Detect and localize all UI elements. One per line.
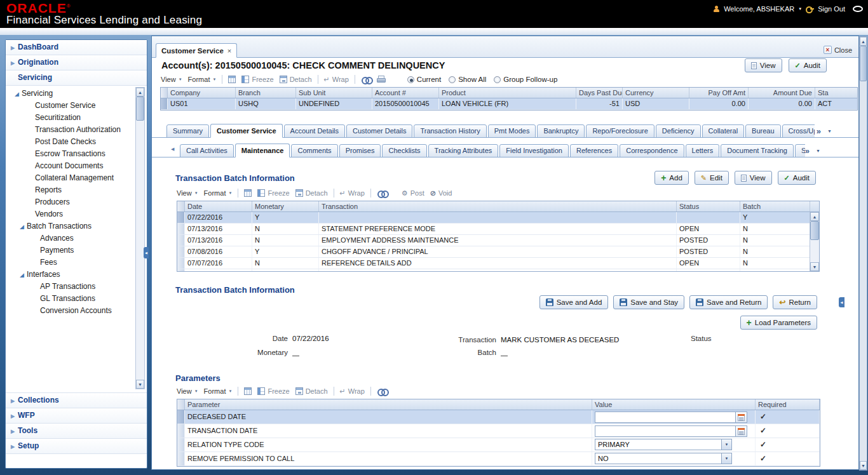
tree-node-servicing[interactable]: ◢Servicing	[6, 88, 147, 100]
find-icon[interactable]	[377, 191, 387, 196]
column-header-transaction[interactable]: Transaction	[319, 201, 677, 211]
tree-node-interfaces[interactable]: ◢Interfaces	[6, 269, 147, 281]
freeze-button[interactable]: Freeze	[257, 189, 289, 197]
load-parameters-button[interactable]: +Load Parameters	[740, 316, 817, 330]
column-header-branch[interactable]: Branch	[236, 88, 296, 98]
tree-leaf-conversion-accounts[interactable]: Conversion Accounts	[6, 305, 147, 317]
batch-row[interactable]: 07/07/2016NREFERENCE DETAILS MODIFYOPENN	[177, 269, 819, 272]
row-selector[interactable]	[177, 235, 185, 246]
save-and-return-button[interactable]: Save and Return	[689, 295, 768, 309]
scroll-up-icon[interactable]: ▲	[860, 37, 867, 46]
view-menu[interactable]: View▼	[177, 387, 198, 395]
audit-button[interactable]: ✓Audit	[789, 58, 827, 72]
welcome-menu[interactable]: Welcome, ABSHEKAR	[724, 5, 794, 13]
column-header-amount-due[interactable]: Amount Due	[749, 88, 815, 98]
tree-leaf-vendors[interactable]: Vendors	[6, 208, 147, 220]
row-selector[interactable]	[177, 258, 185, 269]
sidebar-item-servicing[interactable]: Servicing	[6, 70, 147, 86]
sidebar-item-tools[interactable]: ▶Tools	[6, 424, 147, 439]
subtab-references[interactable]: References	[570, 144, 618, 157]
save-and-stay-button[interactable]: Save and Stay	[613, 295, 684, 309]
column-header-company[interactable]: Company	[168, 88, 236, 98]
panel-collapse-handle[interactable]: ◀	[839, 297, 844, 307]
row-selector[interactable]	[177, 212, 185, 223]
tree-leaf-collateral-management[interactable]: Collateral Management	[6, 172, 147, 184]
radio-icon[interactable]	[449, 76, 456, 83]
table-icon[interactable]	[244, 387, 252, 395]
view-record-button[interactable]: View	[735, 171, 772, 185]
row-selector[interactable]	[177, 269, 185, 272]
tree-leaf-payments[interactable]: Payments	[6, 244, 147, 257]
calendar-icon[interactable]	[736, 425, 747, 437]
tab-deficiency[interactable]: Deficiency	[656, 124, 701, 138]
detach-button[interactable]: Detach	[295, 387, 328, 395]
subtab-tracking-attributes[interactable]: Tracking Attributes	[428, 144, 499, 157]
column-header-batch[interactable]: Batch	[740, 201, 810, 211]
filter-show-all[interactable]: Show All	[449, 76, 486, 83]
scrollbar-track[interactable]	[860, 81, 867, 461]
row-selector[interactable]	[177, 246, 185, 257]
scroll-up-icon[interactable]: ▲	[136, 88, 144, 97]
dropdown-arrow-icon[interactable]: ▼	[721, 453, 731, 464]
scroll-down-icon[interactable]: ▼	[860, 461, 867, 470]
tree-leaf-escrow-transactions[interactable]: Escrow Transactions	[6, 148, 147, 160]
tree-leaf-ap-transactions[interactable]: AP Transactions	[6, 281, 147, 293]
window-tab-customer-service[interactable]: Customer Service ×	[156, 43, 237, 58]
column-header-sta[interactable]: Sta	[815, 88, 858, 98]
tree-leaf-gl-transactions[interactable]: GL Transactions	[6, 293, 147, 305]
tab-collateral[interactable]: Collateral	[702, 124, 744, 138]
column-header-currency[interactable]: Currency	[623, 88, 689, 98]
tab-pmt-modes[interactable]: Pmt Modes	[488, 124, 536, 138]
sidebar-collapse-handle[interactable]: ◀	[144, 247, 149, 258]
column-header-days-past-due[interactable]: Days Past Due	[576, 88, 623, 98]
save-and-add-button[interactable]: Save and Add	[539, 295, 609, 309]
radio-selected-icon[interactable]	[407, 76, 414, 83]
tab-close-icon[interactable]: ×	[227, 47, 231, 55]
scroll-down-icon[interactable]: ▼	[810, 262, 819, 271]
column-header-product[interactable]: Product	[439, 88, 576, 98]
post-button[interactable]: ⚙Post	[402, 189, 424, 197]
freeze-button[interactable]: Freeze	[241, 76, 273, 83]
sidebar-item-wfp[interactable]: ▶WFP	[6, 408, 147, 424]
tab-bankruptcy[interactable]: Bankruptcy	[537, 124, 585, 138]
scrollbar-thumb[interactable]	[810, 221, 819, 240]
sidebar-item-setup[interactable]: ▶Setup	[6, 439, 147, 454]
main-vertical-scrollbar[interactable]: ▲ ▼	[859, 36, 867, 471]
scrollbar-thumb[interactable]	[860, 46, 867, 81]
format-menu[interactable]: Format▼	[204, 189, 233, 197]
parameter-row-remove-permission-to-call[interactable]: REMOVE PERMISSION TO CALLNO▼✓	[177, 452, 820, 466]
tab-overflow-icon[interactable]: »	[805, 146, 810, 156]
tree-leaf-reports[interactable]: Reports	[6, 184, 147, 196]
row-selector[interactable]	[161, 98, 168, 109]
subtab-checklists[interactable]: Checklists	[382, 144, 426, 157]
print-icon[interactable]	[377, 76, 385, 83]
scrollbar-track[interactable]	[810, 240, 819, 262]
subtab-document-tracking[interactable]: Document Tracking	[721, 144, 794, 157]
tree-leaf-post-date-checks[interactable]: Post Date Checks	[6, 136, 147, 148]
table-icon[interactable]	[244, 189, 252, 197]
column-header-value[interactable]: Value	[592, 399, 756, 410]
dropdown-arrow-icon[interactable]: ▼	[721, 439, 731, 450]
find-icon[interactable]	[377, 389, 387, 394]
sign-out-link[interactable]: Sign Out	[818, 5, 845, 13]
row-selector[interactable]	[177, 424, 185, 438]
date-input[interactable]	[595, 411, 736, 423]
tab-menu-icon[interactable]: ▼	[816, 149, 820, 153]
view-button[interactable]: View	[745, 58, 782, 72]
subtab-promises[interactable]: Promises	[339, 144, 381, 157]
freeze-button[interactable]: Freeze	[257, 387, 289, 395]
sidebar-item-collections[interactable]: ▶Collections	[6, 393, 147, 408]
tree-node-batch-transactions[interactable]: ◢Batch Transactions	[6, 220, 147, 232]
row-selector[interactable]	[177, 224, 185, 234]
radio-icon[interactable]	[494, 76, 501, 83]
tab-transaction-history[interactable]: Transaction History	[414, 124, 486, 138]
chevron-down-icon[interactable]: ▼	[798, 7, 802, 11]
tab-account-details[interactable]: Account Details	[284, 124, 345, 138]
batch-row[interactable]: 07/08/2016YCHGOFF ADVANCE / PRINCIPALPOS…	[177, 246, 819, 258]
tab-customer-details[interactable]: Customer Details	[346, 124, 412, 138]
calendar-icon[interactable]	[736, 411, 747, 423]
parameter-row-deceased-date[interactable]: DECEASED DATE✓	[177, 410, 820, 424]
scrollbar-thumb[interactable]	[136, 97, 144, 121]
column-header-monetary[interactable]: Monetary	[252, 201, 319, 211]
tab-summary[interactable]: Summary	[166, 124, 209, 138]
